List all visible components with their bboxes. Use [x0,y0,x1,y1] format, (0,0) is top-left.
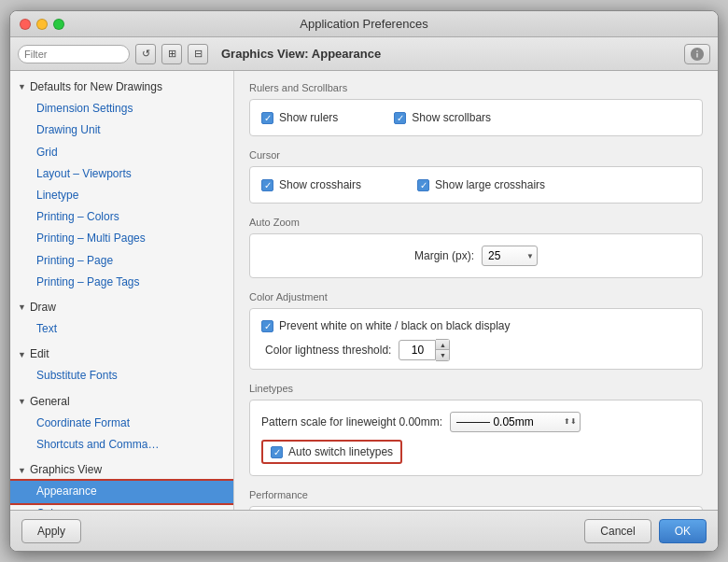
sidebar-group-general: ▼ General Coordinate Format Shortcuts an… [10,389,233,458]
section-box-cursor: ✓ Show crosshairs ✓ Show large crosshair… [249,166,703,204]
close-button[interactable] [20,19,31,30]
auto-switch-container: ✓ Auto switch linetypes [261,436,691,468]
section-label-linetypes: Linetypes [249,383,703,394]
threshold-input[interactable] [399,340,436,360]
threshold-increment-button[interactable]: ▲ [436,340,449,350]
sidebar-item-grid[interactable]: Grid [10,142,233,163]
traffic-lights [20,19,64,30]
pattern-label: Pattern scale for lineweight 0.00mm: [261,415,442,429]
apply-button[interactable]: Apply [21,519,81,543]
section-auto-zoom: Auto Zoom Margin (px): 25 [249,217,703,278]
show-crosshairs-label: Show crosshairs [279,178,361,191]
sidebar-item-linetype[interactable]: Linetype [10,185,233,206]
section-performance: Performance Number of preview entities: … [249,489,703,510]
margin-select-wrapper: 25 [482,246,538,266]
info-button[interactable] [684,44,710,64]
window-title: Application Preferences [300,17,427,31]
sidebar-group-header-defaults[interactable]: ▼ Defaults for New Drawings [10,77,233,98]
info-icon [690,47,705,62]
show-rulers-checkbox[interactable]: ✓ [261,112,273,124]
sidebar-item-layout[interactable]: Layout – Viewports [10,163,233,185]
ok-button[interactable]: OK [659,519,707,543]
sidebar-item-shortcuts[interactable]: Shortcuts and Comma… [10,434,233,456]
minimize-button[interactable] [36,19,48,30]
margin-label: Margin (px): [414,249,474,262]
sidebar-item-printing-colors[interactable]: Printing – Colors [10,206,233,228]
section-label-color-adjustment: Color Adjustment [249,291,703,302]
sidebar-group-draw: ▼ Draw Text [10,295,233,342]
collapse-button[interactable]: ⊟ [188,44,208,64]
sidebar-item-drawing-unit[interactable]: Drawing Unit [10,119,233,141]
sidebar-group-label-draw: Draw [30,299,56,316]
sidebar-group-label-defaults: Defaults for New Drawings [30,78,162,96]
auto-switch-checkbox[interactable]: ✓ [271,446,283,458]
expand-button[interactable]: ⊞ [161,44,182,64]
filter-clear-button[interactable]: ↺ [135,44,156,64]
expand-triangle-general: ▼ [18,395,26,408]
show-crosshairs-item: ✓ Show crosshairs [261,178,361,191]
main-window: Application Preferences ↺ ⊞ ⊟ Graphics V… [9,10,719,552]
section-title: Graphics View: Appearance [221,47,679,61]
sidebar-group-label-graphics-view: Graphics View [30,461,102,479]
threshold-spin-buttons: ▲ ▼ [436,339,450,361]
sidebar-item-printing-tags[interactable]: Printing – Page Tags [10,272,233,293]
bottom-bar: Apply Cancel OK [10,510,718,551]
show-scrollbars-item: ✓ Show scrollbars [394,111,491,124]
maximize-button[interactable] [53,19,64,30]
content-area: ▼ Defaults for New Drawings Dimension Se… [10,71,718,510]
pattern-row: Pattern scale for lineweight 0.00mm: ———… [261,408,691,436]
sidebar-group-edit: ▼ Edit Substitute Fonts [10,342,233,388]
section-cursor: Cursor ✓ Show crosshairs ✓ Show large cr… [249,149,703,204]
show-crosshairs-checkbox[interactable]: ✓ [261,179,273,191]
sidebar-group-header-graphics-view[interactable]: ▼ Graphics View [10,459,233,481]
show-large-crosshairs-label: Show large crosshairs [435,178,545,191]
expand-triangle-edit: ▼ [18,348,26,361]
section-label-auto-zoom: Auto Zoom [249,217,703,228]
sidebar-group-graphics-view: ▼ Graphics View Appearance Colors Fonts … [10,457,233,510]
section-box-linetypes: Pattern scale for lineweight 0.00mm: ———… [249,400,703,476]
threshold-spinbox: ▲ ▼ [399,339,450,361]
show-rulers-label: Show rulers [279,111,338,124]
prevent-white-item: ✓ Prevent white on white / black on blac… [261,316,691,335]
sidebar-item-text[interactable]: Text [10,318,233,340]
prevent-white-label: Prevent white on white / black on black … [279,319,510,332]
sidebar-group-label-general: General [30,393,70,411]
prevent-white-checkbox[interactable]: ✓ [261,320,273,332]
sidebar-item-printing-multi[interactable]: Printing – Multi Pages [10,228,233,249]
margin-select[interactable]: 25 [482,246,538,266]
rulers-scrollbars-row: ✓ Show rulers ✓ Show scrollbars [261,107,691,128]
threshold-decrement-button[interactable]: ▼ [436,350,449,360]
cursor-row: ✓ Show crosshairs ✓ Show large crosshair… [261,175,691,195]
sidebar-group-header-draw[interactable]: ▼ Draw [10,297,233,318]
titlebar: Application Preferences [10,11,718,37]
sidebar-item-printing-page[interactable]: Printing – Page [10,250,233,272]
toolbar: ↺ ⊞ ⊟ Graphics View: Appearance [10,37,718,71]
section-box-rulers-scrollbars: ✓ Show rulers ✓ Show scrollbars [249,99,703,136]
sidebar-group-header-edit[interactable]: ▼ Edit [10,344,233,365]
linetype-wrapper: ——— 0.05mm [450,412,581,432]
auto-switch-label: Auto switch linetypes [288,445,393,458]
section-rulers-scrollbars: Rulers and Scrollbars ✓ Show rulers ✓ Sh… [249,82,703,136]
section-label-performance: Performance [249,489,703,500]
expand-triangle-defaults: ▼ [18,80,26,93]
section-label-cursor: Cursor [249,149,703,161]
main-content: Rulers and Scrollbars ✓ Show rulers ✓ Sh… [234,71,718,510]
cancel-button[interactable]: Cancel [584,519,651,543]
sidebar-item-colors[interactable]: Colors [10,503,233,510]
filter-input[interactable] [18,45,130,63]
section-color-adjustment: Color Adjustment ✓ Prevent white on whit… [249,291,703,370]
show-large-crosshairs-item: ✓ Show large crosshairs [417,178,545,191]
sidebar-item-appearance[interactable]: Appearance [10,481,233,502]
show-scrollbars-checkbox[interactable]: ✓ [394,112,406,124]
sidebar-item-substitute-fonts[interactable]: Substitute Fonts [10,365,233,386]
sidebar-group-header-general[interactable]: ▼ General [10,391,233,413]
sidebar-item-coordinate-format[interactable]: Coordinate Format [10,413,233,434]
sidebar-item-dimension[interactable]: Dimension Settings [10,98,233,119]
auto-zoom-row: Margin (px): 25 [261,242,691,270]
section-box-auto-zoom: Margin (px): 25 [249,233,703,278]
show-large-crosshairs-checkbox[interactable]: ✓ [417,179,429,191]
section-label-rulers-scrollbars: Rulers and Scrollbars [249,82,703,93]
section-box-color-adjustment: ✓ Prevent white on white / black on blac… [249,308,703,370]
linetype-select[interactable]: ——— 0.05mm [450,412,581,432]
threshold-label: Color lightness threshold: [265,344,391,357]
